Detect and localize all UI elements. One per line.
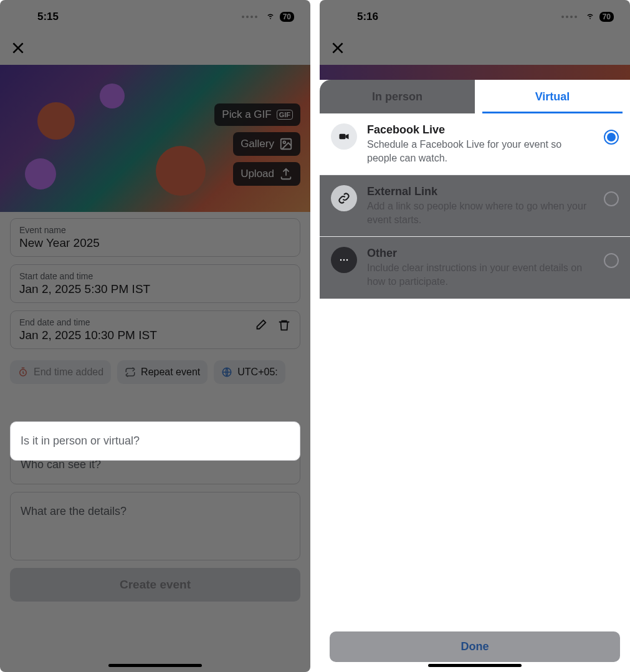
details-field[interactable]: What are the details?	[10, 492, 300, 560]
upload-icon	[279, 167, 293, 181]
status-dots	[242, 16, 257, 18]
radio-unselected[interactable]	[604, 191, 619, 206]
repeat-icon	[125, 367, 136, 378]
event-name-value: New Year 2025	[19, 236, 291, 250]
svg-point-1	[283, 141, 285, 143]
upload-label: Upload	[241, 168, 274, 180]
home-indicator	[108, 664, 202, 667]
location-sheet: In person Virtual Facebook Live Schedule…	[320, 80, 630, 672]
cover-image: Pick a GIF GIF Gallery Upload	[0, 65, 310, 212]
radio-selected[interactable]	[604, 130, 619, 145]
tab-virtual[interactable]: Virtual	[475, 80, 630, 113]
svg-point-6	[343, 259, 345, 261]
link-icon	[331, 185, 357, 211]
pick-gif-button[interactable]: Pick a GIF GIF	[214, 103, 300, 126]
start-date-label: Start date and time	[19, 271, 291, 281]
battery-badge: 70	[280, 12, 294, 22]
phone-right: 5:16 70 In person Virtual	[320, 0, 630, 672]
done-button[interactable]: Done	[330, 631, 620, 662]
svg-point-7	[346, 259, 348, 261]
chip-end-time-added[interactable]: End time added	[10, 360, 111, 384]
tabs: In person Virtual	[320, 80, 630, 113]
end-date-value: Jan 2, 2025 10:30 PM IST	[19, 329, 157, 342]
option-external-link[interactable]: External Link Add a link so people know …	[320, 175, 630, 237]
end-date-label: End date and time	[19, 317, 157, 327]
option-title: Other	[367, 247, 594, 260]
phone-left: 5:15 70 Pick a GIF GIF	[0, 0, 310, 672]
start-date-value: Jan 2, 2025 5:30 PM IST	[19, 282, 291, 296]
nav-header	[0, 34, 310, 65]
upload-button[interactable]: Upload	[233, 162, 300, 186]
chip-repeat-event[interactable]: Repeat event	[117, 360, 208, 384]
svg-point-5	[340, 259, 342, 261]
delete-icon[interactable]	[277, 319, 291, 332]
tab-in-person[interactable]: In person	[320, 80, 475, 113]
create-event-button[interactable]: Create event	[10, 568, 300, 602]
end-date-field[interactable]: End date and time Jan 2, 2025 10:30 PM I…	[10, 310, 300, 349]
option-title: External Link	[367, 185, 594, 198]
option-other[interactable]: Other Include clear instructions in your…	[320, 237, 630, 299]
svg-rect-4	[340, 134, 346, 139]
status-bar: 5:15 70	[0, 0, 310, 34]
home-indicator	[428, 664, 522, 667]
location-type-field[interactable]: Is it in person or virtual?	[10, 421, 300, 461]
event-name-field[interactable]: Event name New Year 2025	[10, 218, 300, 257]
gallery-button[interactable]: Gallery	[233, 132, 300, 156]
event-name-label: Event name	[19, 225, 291, 235]
option-title: Facebook Live	[367, 123, 594, 137]
video-icon	[331, 123, 357, 150]
gif-icon: GIF	[277, 110, 293, 120]
option-desc: Add a link so people know where to go wh…	[367, 199, 594, 226]
more-icon	[331, 247, 357, 273]
option-desc: Include clear instructions in your event…	[367, 261, 594, 288]
chip-timezone[interactable]: UTC+05:	[214, 360, 285, 384]
edit-icon[interactable]	[254, 319, 267, 332]
globe-icon	[221, 367, 232, 378]
start-date-field[interactable]: Start date and time Jan 2, 2025 5:30 PM …	[10, 264, 300, 303]
chip-row: End time added Repeat event UTC+05:	[10, 357, 300, 393]
wifi-icon	[265, 11, 276, 23]
clock-icon	[17, 367, 29, 378]
gallery-label: Gallery	[241, 138, 274, 150]
status-time: 5:15	[37, 11, 59, 23]
option-facebook-live[interactable]: Facebook Live Schedule a Facebook Live f…	[320, 113, 630, 175]
close-icon[interactable]	[10, 40, 26, 59]
option-desc: Schedule a Facebook Live for your event …	[367, 138, 594, 165]
radio-unselected[interactable]	[604, 253, 619, 268]
pick-gif-label: Pick a GIF	[222, 108, 271, 121]
image-icon	[279, 137, 293, 151]
